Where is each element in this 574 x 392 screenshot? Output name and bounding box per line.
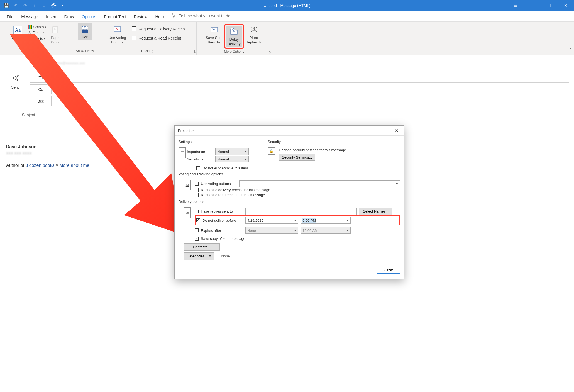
lightbulb-icon xyxy=(172,13,176,19)
replies-sent-to-checkbox[interactable]: Have replies sent to xyxy=(195,209,243,213)
send-label: Send xyxy=(11,85,19,89)
effects-button[interactable]: ◔Effects▾ xyxy=(27,36,47,41)
voting-buttons-combo[interactable] xyxy=(239,180,400,187)
tab-draw[interactable]: Draw xyxy=(60,12,78,21)
colors-icon xyxy=(28,25,32,29)
redo-icon[interactable]: ↷ xyxy=(21,1,30,10)
signature-name: Dave Johnson xyxy=(6,144,171,149)
collapse-ribbon-icon[interactable]: ˄ xyxy=(569,48,571,52)
down-arrow-icon[interactable]: ↓ xyxy=(40,1,48,10)
qat-customize-icon[interactable]: ▾ xyxy=(58,1,67,10)
tab-format-text[interactable]: Format Text xyxy=(100,12,130,21)
save-icon[interactable]: 💾 xyxy=(2,1,11,10)
security-settings-button[interactable]: Security Settings... xyxy=(279,154,315,161)
voting-section-icon: 🗳 xyxy=(184,180,191,190)
up-arrow-icon[interactable]: ↑ xyxy=(30,1,39,10)
attachment-icon[interactable]: ▾ xyxy=(49,1,58,10)
delivery-options-header: Delivery options xyxy=(179,199,400,204)
link-books[interactable]: 3 dozen books xyxy=(25,163,54,168)
auto-archive-checkbox[interactable]: Do not AutoArchive this item xyxy=(179,166,400,170)
signature-line: Author of 3 dozen books // More about me xyxy=(6,163,171,168)
security-message: Change security settings for this messag… xyxy=(279,147,347,154)
delay-delivery-icon xyxy=(228,26,240,37)
message-body[interactable]: Dave Johnson xxx xxx xxxx Author of 3 do… xyxy=(5,120,172,175)
tab-file[interactable]: File xyxy=(3,12,17,21)
cc-field[interactable] xyxy=(55,84,569,94)
signature-phone: xxx xxx xxxx xyxy=(6,150,171,155)
save-to-icon xyxy=(209,25,220,36)
expires-after-checkbox[interactable]: Expires after xyxy=(195,228,243,233)
bcc-button[interactable]: Bcc xyxy=(30,96,52,106)
do-not-deliver-before-highlight: Do not deliver before 4/29/2020 5:00 PM xyxy=(195,215,400,225)
expires-time: 12:00 AM xyxy=(301,227,351,234)
use-voting-label: Use Voting Buttons xyxy=(109,36,126,45)
svg-text:Aa: Aa xyxy=(15,27,21,33)
group-showfields-label: Show Fields xyxy=(76,48,94,54)
link-about[interactable]: More about me xyxy=(59,163,89,168)
chevron-down-icon xyxy=(209,255,211,257)
bcc-button[interactable]: Bcc xyxy=(78,23,92,40)
ribbon-display-options-icon[interactable]: ▭ xyxy=(507,0,524,11)
svg-text:✕: ✕ xyxy=(116,27,119,31)
from-value: xxxx@xxxxxxx.xxx xyxy=(55,61,569,71)
dialog-close-button[interactable]: ✕ xyxy=(393,127,400,135)
close-button[interactable]: ✕ xyxy=(557,0,574,11)
save-sent-item-to-button[interactable]: Save Sent Item To xyxy=(204,24,224,45)
not-before-date[interactable]: 4/29/2020 xyxy=(245,217,298,224)
read-receipt-checkbox[interactable]: Request a read receipt for this message xyxy=(195,193,400,197)
importance-select[interactable]: Normal xyxy=(215,148,249,155)
direct-label: Direct Replies To xyxy=(246,36,262,45)
close-dialog-button[interactable]: Close xyxy=(377,266,400,274)
tab-help[interactable]: Help xyxy=(151,12,168,21)
minimize-button[interactable]: — xyxy=(524,0,541,11)
maximize-button[interactable]: ☐ xyxy=(541,0,557,11)
sensitivity-label: Sensitivity xyxy=(187,157,212,161)
cc-button[interactable]: Cc xyxy=(30,84,52,94)
save-copy-checkbox[interactable]: Save copy of sent message xyxy=(195,237,400,241)
to-button[interactable]: To xyxy=(30,73,52,83)
tell-me-search[interactable]: Tell me what you want to do xyxy=(168,10,234,21)
quick-access-toolbar: 💾 ↶ ↷ ↑ ↓ ▾ ▾ xyxy=(0,1,67,10)
svg-point-12 xyxy=(254,27,257,30)
select-names-button[interactable]: Select Names... xyxy=(359,208,392,215)
fonts-icon: A xyxy=(28,31,31,35)
to-field[interactable] xyxy=(55,73,569,83)
checkbox-icon xyxy=(132,36,136,40)
use-voting-checkbox[interactable]: Use voting buttons xyxy=(195,182,237,186)
dialog-titlebar[interactable]: Properties ✕ xyxy=(175,126,404,136)
tab-options[interactable]: Options xyxy=(78,12,100,21)
tab-review[interactable]: Review xyxy=(130,12,151,21)
not-deliver-before-checkbox[interactable]: Do not deliver before xyxy=(196,218,243,223)
subject-field[interactable] xyxy=(52,110,569,120)
direct-replies-icon xyxy=(248,25,260,36)
direct-replies-to-button[interactable]: Direct Replies To xyxy=(244,24,264,45)
request-read-receipt[interactable]: Request a Read Receipt xyxy=(131,35,187,41)
colors-button[interactable]: Colors▾ xyxy=(27,25,47,29)
bcc-field[interactable] xyxy=(55,96,569,106)
expires-date: None xyxy=(245,227,298,234)
fonts-button[interactable]: AFonts▾ xyxy=(27,30,47,35)
delay-delivery-button[interactable]: Delay Delivery xyxy=(226,26,242,47)
more-options-dialog-launcher[interactable] xyxy=(267,50,270,53)
page-color-button[interactable]: Page Color xyxy=(48,24,62,45)
send-button[interactable]: Send xyxy=(5,61,26,103)
categories-button[interactable]: Categories xyxy=(184,252,214,260)
settings-header: Settings xyxy=(179,140,262,144)
page-color-icon xyxy=(50,25,61,36)
tab-insert[interactable]: Insert xyxy=(42,12,60,21)
use-voting-buttons[interactable]: ✕ Use Voting Buttons xyxy=(107,24,128,45)
delivery-receipt-checkbox[interactable]: Request a delivery receipt for this mess… xyxy=(195,188,400,192)
tracking-dialog-launcher[interactable] xyxy=(191,50,195,53)
contacts-button[interactable]: Contacts... xyxy=(184,243,220,251)
request-delivery-receipt[interactable]: Request a Delivery Receipt xyxy=(131,26,187,32)
sensitivity-select[interactable]: Normal xyxy=(215,156,249,162)
contacts-field[interactable] xyxy=(224,244,400,250)
undo-icon[interactable]: ↶ xyxy=(11,1,20,10)
from-button[interactable]: From▾ xyxy=(30,61,52,71)
not-before-time[interactable]: 5:00 PM xyxy=(301,217,351,224)
replies-sent-to-field[interactable] xyxy=(245,208,357,215)
send-icon xyxy=(12,74,19,82)
tab-message[interactable]: Message xyxy=(17,12,42,21)
themes-button[interactable]: Aa Themes ▾ xyxy=(10,24,26,44)
security-header: Security xyxy=(268,140,400,144)
